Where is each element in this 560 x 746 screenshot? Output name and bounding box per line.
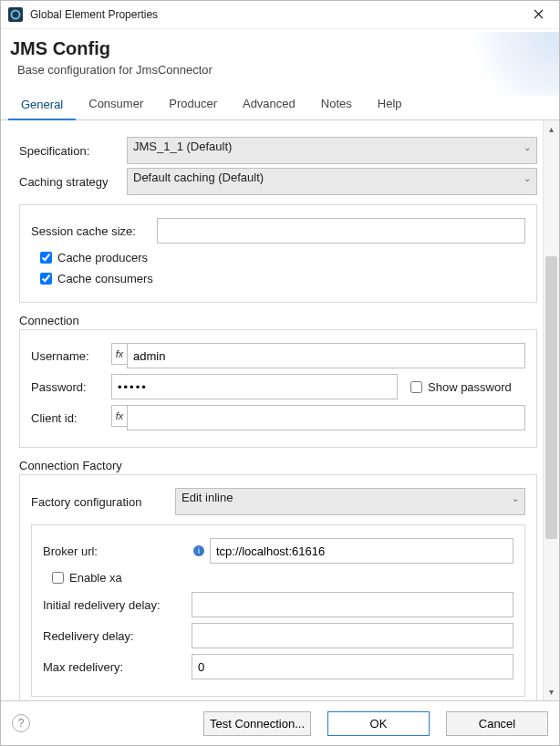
- caching-group: Session cache size: Cache producers Cach…: [19, 204, 537, 303]
- specification-value: JMS_1_1 (Default): [133, 140, 232, 153]
- password-input[interactable]: [111, 374, 398, 399]
- show-password-label: Show password: [428, 380, 512, 394]
- client-id-input[interactable]: [127, 405, 525, 430]
- page-title: JMS Config: [10, 38, 550, 59]
- scroll-up-arrow[interactable]: ▴: [549, 120, 554, 138]
- tab-advanced[interactable]: Advanced: [230, 89, 308, 119]
- scroll-down-arrow[interactable]: ▾: [549, 683, 554, 700]
- footer: ? Test Connection... OK Cancel: [1, 700, 559, 745]
- tab-producer[interactable]: Producer: [156, 89, 230, 119]
- factory-config-value: Edit inline: [181, 491, 233, 504]
- help-button[interactable]: ?: [12, 714, 30, 732]
- vertical-scrollbar[interactable]: ▴ ▾: [543, 120, 559, 700]
- tab-help[interactable]: Help: [365, 89, 415, 119]
- dialog-window: Global Element Properties JMS Config Bas…: [0, 0, 560, 746]
- close-button[interactable]: [524, 7, 552, 22]
- tab-bar: General Consumer Producer Advanced Notes…: [1, 89, 559, 120]
- broker-url-input[interactable]: [210, 538, 513, 564]
- username-label: Username:: [31, 349, 104, 363]
- scroll-thumb[interactable]: [545, 256, 557, 539]
- chevron-down-icon: ⌄: [512, 493, 519, 503]
- tab-notes[interactable]: Notes: [308, 89, 365, 119]
- app-icon: [8, 7, 23, 22]
- specification-label: Specification:: [19, 144, 119, 158]
- cache-producers-checkbox[interactable]: Cache producers: [36, 249, 525, 266]
- enable-xa-label: Enable xa: [69, 571, 122, 585]
- cancel-button[interactable]: Cancel: [446, 711, 548, 736]
- content: Specification: JMS_1_1 (Default) ⌄ Cachi…: [1, 120, 543, 700]
- titlebar: Global Element Properties: [1, 1, 559, 29]
- cache-producers-label: Cache producers: [57, 251, 148, 264]
- initial-redelivery-input[interactable]: [192, 592, 513, 617]
- broker-url-label: Broker url:: [43, 544, 184, 558]
- tab-general[interactable]: General: [8, 90, 76, 120]
- enable-xa-box[interactable]: [52, 572, 64, 584]
- info-icon: i: [193, 545, 204, 556]
- enable-xa-checkbox[interactable]: Enable xa: [48, 569, 513, 586]
- header: JMS Config Base configuration for JmsCon…: [1, 29, 559, 89]
- session-cache-size-label: Session cache size:: [31, 224, 150, 238]
- show-password-checkbox[interactable]: Show password: [407, 378, 512, 396]
- username-input[interactable]: [127, 343, 525, 368]
- password-label: Password:: [31, 380, 104, 394]
- connection-factory-legend: Connection Factory: [19, 459, 537, 472]
- session-cache-size-input[interactable]: [157, 218, 525, 243]
- show-password-box[interactable]: [410, 381, 422, 393]
- ok-button[interactable]: OK: [327, 711, 430, 736]
- content-area: Specification: JMS_1_1 (Default) ⌄ Cachi…: [1, 120, 559, 700]
- tab-consumer[interactable]: Consumer: [76, 89, 156, 119]
- factory-config-label: Factory configuration: [31, 495, 168, 509]
- client-id-label: Client id:: [31, 411, 104, 425]
- window-title: Global Element Properties: [30, 8, 524, 21]
- connection-factory-group: Factory configuration Edit inline ⌄ Brok…: [19, 474, 537, 700]
- cache-consumers-box[interactable]: [40, 273, 52, 285]
- fx-icon[interactable]: fx: [111, 405, 127, 427]
- specification-select[interactable]: JMS_1_1 (Default) ⌄: [127, 137, 537, 164]
- chevron-down-icon: ⌄: [524, 173, 531, 183]
- connection-group: Username: fx Password: Show password Cl: [19, 329, 537, 448]
- caching-strategy-select[interactable]: Default caching (Default) ⌄: [127, 168, 537, 195]
- cache-producers-box[interactable]: [40, 252, 52, 264]
- cache-consumers-label: Cache consumers: [57, 272, 153, 285]
- max-redelivery-label: Max redelivery:: [43, 660, 184, 674]
- page-subtitle: Base configuration for JmsConnector: [17, 63, 550, 77]
- fx-icon[interactable]: fx: [111, 343, 127, 365]
- redelivery-delay-label: Redelivery delay:: [43, 629, 184, 643]
- connection-legend: Connection: [19, 314, 537, 327]
- factory-config-select[interactable]: Edit inline ⌄: [175, 488, 525, 515]
- redelivery-delay-input[interactable]: [192, 623, 513, 648]
- svg-rect-0: [8, 7, 23, 22]
- close-icon: [534, 9, 544, 19]
- test-connection-button[interactable]: Test Connection...: [203, 711, 311, 736]
- cache-consumers-checkbox[interactable]: Cache consumers: [36, 270, 525, 287]
- caching-strategy-value: Default caching (Default): [133, 171, 264, 184]
- max-redelivery-input[interactable]: [192, 654, 513, 679]
- caching-strategy-label: Caching strategy: [19, 175, 119, 189]
- chevron-down-icon: ⌄: [524, 142, 531, 152]
- scroll-track[interactable]: [544, 138, 559, 683]
- initial-redelivery-label: Initial redelivery delay:: [43, 598, 184, 612]
- help-icon: ?: [18, 717, 25, 730]
- factory-inner-group: Broker url: i Enable xa Initial redelive…: [31, 524, 525, 697]
